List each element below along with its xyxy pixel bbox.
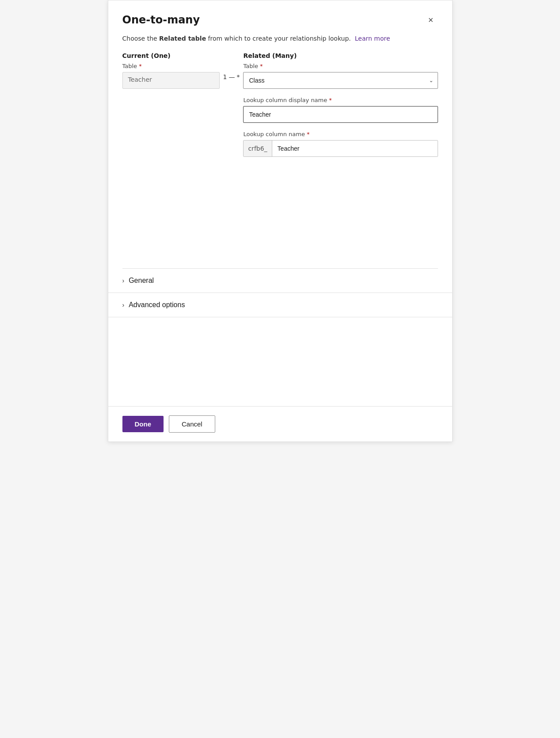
done-button[interactable]: Done (122, 416, 164, 432)
dialog-body: Current (One) Table * Teacher 1 — * Rela… (108, 52, 452, 268)
cancel-button[interactable]: Cancel (169, 415, 215, 433)
subtitle-bold: Related table (159, 35, 206, 42)
lookup-name-row: crfb6_ (243, 140, 438, 157)
advanced-toggle[interactable]: › Advanced options (122, 301, 438, 309)
general-label: General (129, 277, 154, 285)
subtitle-after: from which to create your relationship l… (206, 35, 351, 42)
lookup-name-label: Lookup column name * (243, 131, 438, 137)
related-table-required: * (260, 63, 263, 69)
lookup-name-input[interactable] (272, 141, 438, 156)
connector-dash: — (229, 73, 235, 80)
relationship-section: Current (One) Table * Teacher 1 — * Rela… (122, 52, 438, 179)
lookup-name-required: * (307, 131, 310, 137)
dialog-title: One-to-many (122, 14, 200, 26)
current-heading: Current (One) (122, 52, 220, 59)
lookup-display-input[interactable] (243, 106, 438, 123)
lookup-display-field: Lookup column display name * (243, 97, 438, 123)
related-table-select-wrapper: Class ⌄ (243, 72, 438, 89)
body-spacer (108, 317, 452, 407)
connector-asterisk: * (236, 73, 240, 80)
dialog-header: One-to-many × (108, 0, 452, 34)
related-table-select[interactable]: Class (243, 72, 438, 89)
general-toggle[interactable]: › General (122, 277, 438, 285)
learn-more-link[interactable]: Learn more (355, 35, 390, 42)
advanced-section: › Advanced options (108, 293, 452, 317)
related-table-field: Table * Class ⌄ (243, 63, 438, 89)
subtitle-text: Choose the (122, 35, 160, 42)
close-button[interactable]: × (424, 13, 438, 27)
general-section: › General (108, 269, 452, 293)
related-side: Related (Many) Table * Class ⌄ (243, 52, 438, 165)
related-heading: Related (Many) (243, 52, 438, 59)
related-table-label: Table * (243, 63, 438, 69)
connector-one: 1 (223, 73, 227, 80)
current-table-label: Table * (122, 63, 220, 69)
connector: 1 — * (220, 52, 244, 80)
dialog-footer: Done Cancel (108, 406, 452, 441)
current-table-value: Teacher (122, 72, 220, 89)
lookup-prefix: crfb6_ (244, 141, 272, 156)
connector-text: 1 — * (223, 73, 240, 80)
advanced-chevron-icon: › (122, 301, 125, 308)
current-table-required: * (139, 63, 142, 69)
current-side: Current (One) Table * Teacher (122, 52, 220, 89)
lookup-display-label: Lookup column display name * (243, 97, 438, 103)
lookup-name-field: Lookup column name * crfb6_ (243, 131, 438, 157)
general-chevron-icon: › (122, 277, 125, 284)
lookup-display-required: * (329, 97, 332, 103)
advanced-label: Advanced options (129, 301, 185, 309)
one-to-many-dialog: One-to-many × Choose the Related table f… (108, 0, 453, 442)
dialog-subtitle: Choose the Related table from which to c… (108, 34, 452, 52)
